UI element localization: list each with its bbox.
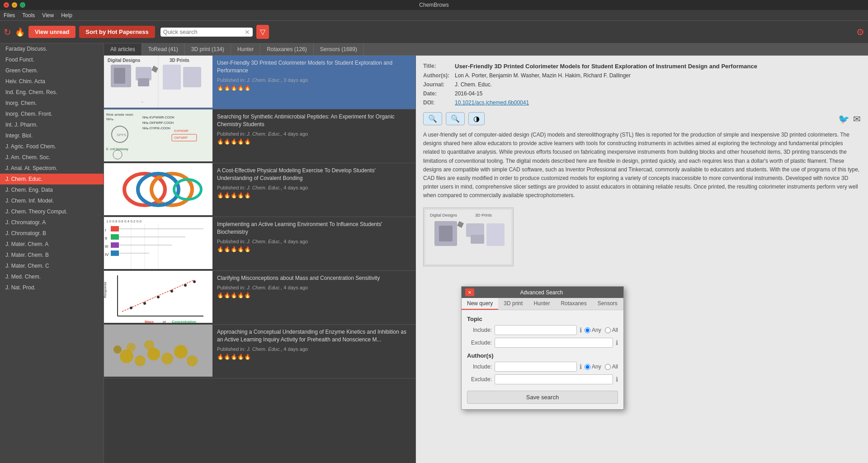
sidebar-item-6[interactable]: Inorg. Chem. Front.	[0, 109, 104, 119]
svg-text:E. coli bioassay: E. coli bioassay	[106, 147, 128, 151]
topic-include-any-radio[interactable]	[585, 327, 590, 333]
article-thumb-2	[104, 163, 212, 217]
svg-point-70	[113, 345, 122, 354]
sidebar-item-22[interactable]: J. Nat. Prod.	[0, 282, 104, 293]
sidebar-item-4[interactable]: Ind. Eng. Chem. Res.	[0, 87, 104, 98]
menu-view[interactable]: View	[42, 12, 54, 19]
topic-exclude-input[interactable]	[495, 338, 613, 348]
svg-text:or: or	[163, 320, 166, 323]
settings-button[interactable]: ⚙	[856, 27, 864, 38]
svg-point-60	[193, 280, 196, 283]
close-button[interactable]: ×	[4, 2, 9, 8]
authors-include-all-label[interactable]: All	[605, 364, 618, 370]
article-thumb-1: Rink amide resinNH₂-SPPSNH₂-KVFWWR-COOHN…	[104, 109, 212, 163]
adv-tab-3dprint[interactable]: 3D print	[498, 298, 528, 310]
sidebar-item-21[interactable]: J. Med. Chem.	[0, 271, 104, 282]
twitter-button[interactable]: 🐦	[838, 113, 849, 124]
authors-section: Author(s) Include: ℹ Any All	[467, 352, 618, 384]
tab-3[interactable]: Hunter	[231, 43, 260, 55]
save-search-button[interactable]: Save search	[467, 391, 618, 404]
tab-1[interactable]: ToRead (41)	[142, 43, 185, 55]
svg-text:NH₂-OYIFIK-COOH: NH₂-OYIFIK-COOH	[142, 127, 170, 130]
sidebar-item-7[interactable]: Int. J. Pharm.	[0, 119, 104, 130]
authors-include-any-radio[interactable]	[585, 364, 590, 370]
svg-text:NH₂-KVFWWR-COOH: NH₂-KVFWWR-COOH	[142, 116, 175, 119]
filter-button[interactable]: ▽	[256, 25, 269, 39]
authors-exclude-info[interactable]: ℹ	[616, 376, 618, 383]
authors-include-all-radio[interactable]	[605, 364, 611, 370]
article-info-5: Approaching a Conceptual Understanding o…	[212, 325, 415, 378]
sidebar-item-1[interactable]: Food Funct.	[0, 54, 104, 65]
sidebar-item-17[interactable]: J. Chromatogr. B	[0, 228, 104, 239]
article-journal-3: Published in: J. Chem. Educ., 4 days ago	[217, 239, 411, 244]
topic-include-all-label[interactable]: All	[605, 327, 618, 333]
article-item-4[interactable]: ResponseMass or ConcentrationClarifying …	[104, 271, 415, 325]
sidebar-item-9[interactable]: J. Agric. Food Chem.	[0, 141, 104, 152]
app-title: ChemBrows	[419, 2, 448, 8]
authors-include-any-label[interactable]: Any	[585, 364, 601, 370]
article-stars-2: 🔥🔥🔥🔥🔥	[217, 192, 411, 198]
minimize-button[interactable]: −	[12, 2, 17, 8]
tab-2[interactable]: 3D print (134)	[185, 43, 231, 55]
tab-bar: All articlesToRead (41)3D print (134)Hun…	[104, 43, 868, 56]
article-item-0[interactable]: Digital Designs3D Prints→User-Friendly 3…	[104, 56, 415, 109]
authors-include-input[interactable]	[495, 362, 577, 372]
sidebar-item-15[interactable]: J. Chem. Theory Comput.	[0, 206, 104, 217]
sidebar-item-14[interactable]: J. Chem. Inf. Model.	[0, 195, 104, 206]
authors-exclude-label: Exclude:	[467, 376, 492, 383]
sort-button[interactable]: Sort by Hot Paperness	[79, 26, 155, 38]
search-input[interactable]	[163, 28, 245, 35]
search-alt-button[interactable]: 🔍	[446, 112, 465, 125]
detail-image: Digital Designs 3D Prints	[423, 208, 514, 266]
svg-text:II: II	[105, 236, 107, 241]
sidebar-item-16[interactable]: J. Chromatogr. A	[0, 217, 104, 228]
topic-include-input[interactable]	[495, 325, 577, 335]
sidebar-item-3[interactable]: Helv. Chim. Acta	[0, 76, 104, 87]
sidebar-item-10[interactable]: J. Am. Chem. Soc.	[0, 152, 104, 163]
authors-include-row: Include: ℹ Any All	[467, 362, 618, 372]
sidebar-item-11[interactable]: J. Anal. At. Spectrom.	[0, 163, 104, 174]
authors-include-info[interactable]: ℹ	[580, 363, 582, 370]
adv-tab-sensors[interactable]: Sensors	[592, 298, 623, 310]
article-item-1[interactable]: Rink amide resinNH₂-SPPSNH₂-KVFWWR-COOHN…	[104, 109, 415, 163]
sidebar-item-5[interactable]: Inorg. Chem.	[0, 98, 104, 109]
adv-tab-hunter[interactable]: Hunter	[528, 298, 555, 310]
search-clear-button[interactable]: ✕	[245, 28, 250, 36]
maximize-button[interactable]: □	[20, 2, 25, 8]
adv-tab-new-query[interactable]: New query	[462, 298, 498, 310]
svg-text:OKFWRF: OKFWRF	[174, 136, 188, 139]
menu-tools[interactable]: Tools	[22, 12, 35, 19]
adv-close-button[interactable]: ×	[465, 288, 474, 296]
sidebar-item-13[interactable]: J. Chem. Eng. Data	[0, 184, 104, 195]
tab-5[interactable]: Sensors (1689)	[314, 43, 364, 55]
topic-include-any-label[interactable]: Any	[585, 327, 601, 333]
svg-rect-7	[138, 78, 149, 86]
article-title-1: Searching for Synthetic Antimicrobial Pe…	[217, 113, 411, 128]
view-unread-button[interactable]: View unread	[28, 26, 75, 38]
search-similar-button[interactable]: 🔍	[423, 112, 442, 125]
refresh-button[interactable]: ↻	[4, 27, 11, 38]
article-item-3[interactable]: 1.0 0.8 0.6 0.4 0.2 0.0IIIIIIIVImplement…	[104, 217, 415, 271]
sidebar-item-0[interactable]: Faraday Discuss.	[0, 43, 104, 54]
sidebar-item-2[interactable]: Green Chem.	[0, 65, 104, 76]
tab-4[interactable]: Rotaxanes (126)	[260, 43, 314, 55]
sidebar-item-12[interactable]: J. Chem. Educ.	[0, 174, 104, 184]
article-item-5[interactable]: Approaching a Conceptual Understanding o…	[104, 325, 415, 378]
menu-help[interactable]: Help	[61, 12, 72, 19]
tab-0[interactable]: All articles	[104, 43, 142, 55]
flame-button[interactable]: 🔥	[15, 27, 25, 37]
sidebar-item-18[interactable]: J. Mater. Chem. A	[0, 239, 104, 250]
detail-panel: Title: User-Friendly 3D Printed Colorime…	[416, 56, 868, 463]
topic-exclude-info[interactable]: ℹ	[616, 339, 618, 346]
sidebar-item-19[interactable]: J. Mater. Chem. B	[0, 250, 104, 260]
topic-include-all-radio[interactable]	[605, 327, 611, 333]
sidebar-item-8[interactable]: Integr. Biol.	[0, 130, 104, 141]
contrast-button[interactable]: ◑	[468, 112, 485, 125]
menu-files[interactable]: Files	[4, 12, 15, 19]
authors-exclude-input[interactable]	[495, 374, 613, 384]
article-item-2[interactable]: A Cost-Effective Physical Modeling Exerc…	[104, 163, 415, 217]
email-button[interactable]: ✉	[853, 113, 861, 124]
topic-include-info[interactable]: ℹ	[580, 326, 582, 334]
adv-tab-rotaxanes[interactable]: Rotaxanes	[555, 298, 592, 310]
sidebar-item-20[interactable]: J. Mater. Chem. C	[0, 260, 104, 271]
